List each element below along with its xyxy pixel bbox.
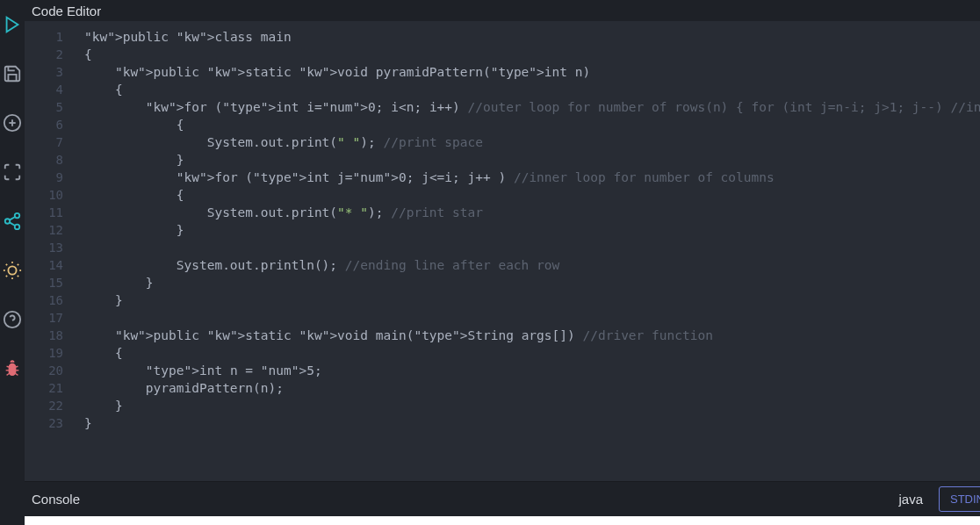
line-number: 4 — [25, 81, 63, 98]
play-icon — [3, 15, 22, 34]
code-line[interactable]: "kw">public "kw">class main — [84, 28, 980, 46]
add-button[interactable] — [0, 111, 25, 135]
code-line[interactable]: pyramidPattern(n); — [84, 379, 980, 397]
svg-line-21 — [7, 366, 10, 367]
run-button[interactable] — [0, 12, 25, 37]
svg-point-6 — [15, 225, 20, 229]
plus-circle-icon — [3, 113, 22, 133]
fullscreen-icon — [3, 162, 22, 182]
share-button[interactable] — [0, 209, 25, 234]
line-gutter: 1234567891011121314151617181920212223 — [25, 21, 68, 481]
line-number: 2 — [25, 46, 63, 63]
code-line[interactable]: { — [84, 46, 980, 63]
save-icon — [3, 64, 22, 83]
line-number: 3 — [25, 63, 63, 81]
line-number: 13 — [25, 239, 63, 256]
line-number: 8 — [25, 151, 63, 169]
help-button[interactable] — [0, 307, 25, 332]
code-line[interactable] — [84, 309, 980, 327]
line-number: 18 — [25, 327, 63, 344]
line-number: 19 — [25, 344, 63, 362]
sun-icon — [3, 261, 22, 280]
line-number: 11 — [25, 204, 63, 221]
line-number: 9 — [25, 169, 63, 186]
code-area[interactable]: "kw">public "kw">class main{ "kw">public… — [68, 21, 980, 481]
editor[interactable]: 1234567891011121314151617181920212223 "k… — [25, 21, 980, 481]
line-number: 20 — [25, 362, 63, 379]
svg-line-26 — [16, 374, 18, 376]
svg-line-16 — [6, 276, 7, 277]
svg-marker-0 — [7, 18, 18, 32]
svg-line-17 — [18, 264, 18, 265]
line-number: 7 — [25, 133, 63, 151]
code-line[interactable]: "type">int n = "num">5; — [84, 362, 980, 379]
console-title: Console — [32, 492, 80, 507]
svg-line-8 — [10, 217, 15, 220]
code-line[interactable]: "kw">public "kw">static "kw">void main("… — [84, 327, 980, 344]
line-number: 17 — [25, 309, 63, 327]
line-number: 16 — [25, 291, 63, 309]
svg-line-25 — [7, 374, 10, 376]
code-line[interactable] — [84, 239, 980, 256]
share-icon — [3, 212, 22, 231]
code-line[interactable]: { — [84, 186, 980, 204]
svg-line-7 — [10, 222, 15, 226]
save-button[interactable] — [0, 61, 25, 86]
main-area: Code Editor 1234567891011121314151617181… — [25, 0, 980, 525]
line-number: 21 — [25, 379, 63, 397]
svg-point-9 — [8, 266, 16, 274]
line-number: 1 — [25, 28, 63, 46]
code-line[interactable]: { — [84, 116, 980, 133]
title-bar: Code Editor — [25, 0, 980, 21]
code-line[interactable]: } — [84, 291, 980, 309]
code-line[interactable]: System.out.println(); //ending line afte… — [84, 256, 980, 274]
code-line[interactable]: "kw">for ("type">int j="num">0; j<=i; j+… — [84, 169, 980, 186]
code-line[interactable]: } — [84, 274, 980, 291]
svg-rect-20 — [9, 364, 15, 376]
language-label: java — [898, 492, 923, 507]
svg-point-5 — [5, 219, 11, 224]
bug-button[interactable] — [0, 356, 25, 381]
code-line[interactable]: System.out.print(" "); //print space — [84, 133, 980, 151]
svg-line-22 — [16, 366, 18, 367]
svg-line-12 — [6, 264, 7, 265]
code-line[interactable]: } — [84, 397, 980, 414]
line-number: 5 — [25, 98, 63, 116]
help-circle-icon — [3, 310, 22, 329]
line-number: 14 — [25, 256, 63, 274]
line-number: 22 — [25, 397, 63, 414]
code-line[interactable]: } — [84, 414, 980, 432]
line-number: 12 — [25, 221, 63, 239]
code-line[interactable]: { — [84, 81, 980, 98]
line-number: 10 — [25, 186, 63, 204]
stdin-button[interactable]: STDIN — [939, 486, 980, 512]
code-line[interactable]: System.out.print("* "); //print star — [84, 204, 980, 221]
theme-button[interactable] — [0, 258, 25, 283]
svg-line-13 — [18, 276, 18, 277]
bug-icon — [3, 359, 22, 378]
code-line[interactable]: } — [84, 221, 980, 239]
svg-point-4 — [15, 213, 20, 219]
line-number: 15 — [25, 274, 63, 291]
code-line[interactable]: { — [84, 344, 980, 362]
code-line[interactable]: "kw">public "kw">static "kw">void pyrami… — [84, 63, 980, 81]
code-line[interactable]: } — [84, 151, 980, 169]
console-bar: Console java STDIN STDOUT — [25, 481, 980, 516]
fullscreen-button[interactable] — [0, 160, 25, 184]
line-number: 6 — [25, 116, 63, 133]
code-line[interactable]: "kw">for ("type">int i="num">0; i<n; i++… — [84, 98, 980, 116]
sidebar — [0, 0, 25, 525]
line-number: 23 — [25, 414, 63, 432]
editor-title: Code Editor — [32, 4, 101, 18]
